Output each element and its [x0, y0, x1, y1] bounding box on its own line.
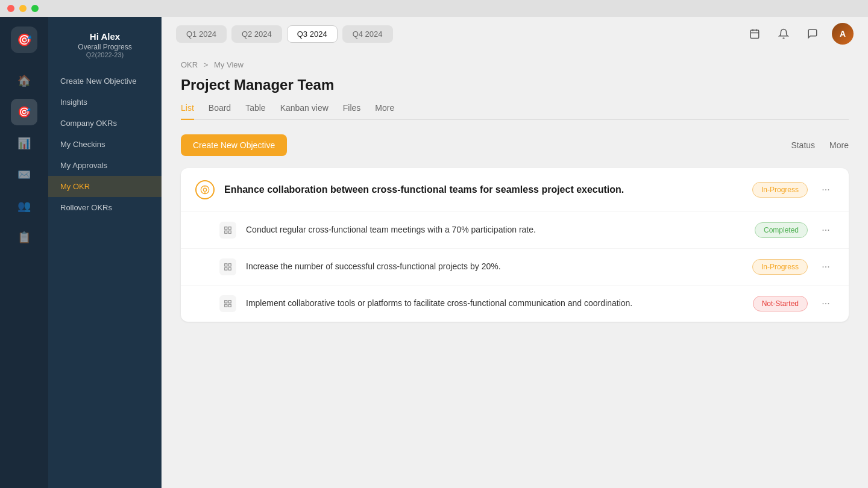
kr-icon-1 [219, 222, 236, 239]
breadcrumb: OKR > My View [181, 60, 849, 69]
svg-rect-15 [228, 267, 231, 270]
objective-status-badge: In-Progress [752, 182, 808, 198]
create-objective-button[interactable]: Create New Objective [181, 134, 287, 156]
objective-icon [195, 180, 215, 199]
kr-item-2: Increase the number of successful cross-… [181, 249, 849, 286]
tab-files[interactable]: Files [343, 103, 361, 120]
user-greeting: Hi Alex [58, 31, 152, 42]
tab-q1[interactable]: Q1 2024 [176, 25, 227, 43]
tab-more[interactable]: More [375, 103, 394, 120]
message-icon[interactable] [803, 24, 822, 43]
kr-section: Conduct regular cross-functional team me… [181, 211, 849, 322]
title-bar [0, 0, 868, 17]
top-bar-actions: A [745, 23, 854, 45]
svg-rect-19 [228, 304, 231, 307]
breadcrumb-root: OKR [181, 60, 198, 69]
minimize-button[interactable] [19, 5, 27, 12]
nav-icon-home[interactable]: 🏠 [11, 67, 37, 94]
more-options-label[interactable]: More [829, 140, 849, 150]
svg-rect-0 [750, 30, 759, 39]
kr-item-3: Implement collaborative tools or platfor… [181, 286, 849, 322]
sidebar-item-create[interactable]: Create New Objective [48, 70, 162, 92]
app-logo: 🎯 [11, 27, 37, 53]
svg-rect-18 [225, 304, 227, 307]
sidebar-divider [161, 17, 162, 488]
kr-more-button-3[interactable]: ··· [817, 295, 834, 312]
bell-icon[interactable] [774, 24, 793, 43]
sidebar-item-company[interactable]: Company OKRs [48, 113, 162, 134]
svg-point-5 [203, 188, 206, 191]
svg-rect-8 [225, 227, 227, 230]
view-tabs: List Board Table Kanban view Files More [181, 103, 849, 120]
svg-rect-10 [225, 231, 227, 233]
sidebar-item-approvals[interactable]: My Approvals [48, 155, 162, 176]
tab-board[interactable]: Board [209, 103, 231, 120]
objective-card: Enhance collaboration between cross-func… [181, 168, 849, 322]
nav-sidebar: Hi Alex Overall Progress Q2(2022-23) Cre… [48, 17, 162, 488]
sidebar-item-checkins[interactable]: My Checkins [48, 134, 162, 155]
kr-status-badge-3: Not-Started [753, 296, 808, 311]
kr-more-button-1[interactable]: ··· [817, 222, 834, 239]
kr-text-3: Implement collaborative tools or platfor… [246, 298, 743, 310]
nav-icon-team[interactable]: 👥 [11, 193, 37, 219]
tab-q2[interactable]: Q2 2024 [231, 25, 282, 43]
breadcrumb-current: My View [214, 60, 244, 69]
svg-rect-14 [225, 267, 227, 270]
maximize-button[interactable] [31, 5, 39, 12]
kr-icon-3 [219, 295, 236, 312]
nav-icon-list[interactable]: 📋 [11, 224, 37, 251]
sidebar-item-myokr[interactable]: My OKR [48, 176, 162, 197]
svg-rect-11 [228, 231, 231, 233]
kr-text-2: Increase the number of successful cross-… [246, 261, 743, 273]
tab-kanban[interactable]: Kanban view [280, 103, 329, 120]
top-bar: Q1 2024 Q2 2024 Q3 2024 Q4 2024 [162, 17, 868, 51]
kr-text-1: Conduct regular cross-functional team me… [246, 224, 745, 236]
quarter-tabs: Q1 2024 Q2 2024 Q3 2024 Q4 2024 [176, 25, 393, 43]
action-bar-right: Status More [791, 140, 849, 150]
user-period: Q2(2022-23) [58, 51, 152, 58]
tab-table[interactable]: Table [245, 103, 265, 120]
nav-icon-chart[interactable]: 📊 [11, 130, 37, 157]
user-info: Hi Alex Overall Progress Q2(2022-23) [48, 27, 162, 70]
kr-status-badge-1: Completed [755, 222, 808, 238]
svg-rect-16 [225, 301, 227, 303]
objective-title: Enhance collaboration between cross-func… [224, 183, 743, 196]
svg-rect-13 [228, 264, 231, 266]
kr-item-1: Conduct regular cross-functional team me… [181, 212, 849, 249]
tab-q3[interactable]: Q3 2024 [287, 25, 338, 43]
svg-rect-9 [228, 227, 231, 230]
page-title: Project Manager Team [181, 77, 849, 93]
icon-sidebar: 🎯 🏠 🎯 📊 ✉️ 👥 📋 [0, 17, 48, 488]
objective-header: Enhance collaboration between cross-func… [181, 168, 849, 211]
close-button[interactable] [7, 5, 14, 12]
user-progress-label: Overall Progress [58, 43, 152, 51]
svg-rect-17 [228, 301, 231, 303]
status-label: Status [791, 140, 815, 150]
nav-icon-okr[interactable]: 🎯 [11, 99, 37, 125]
sidebar-item-rollover[interactable]: Rollover OKRs [48, 197, 162, 218]
user-avatar[interactable]: A [832, 23, 854, 45]
objective-more-button[interactable]: ··· [817, 181, 834, 198]
main-content: Q1 2024 Q2 2024 Q3 2024 Q4 2024 [162, 17, 868, 488]
kr-icon-2 [219, 258, 236, 275]
calendar-icon[interactable] [745, 24, 764, 43]
tab-q4[interactable]: Q4 2024 [342, 25, 393, 43]
action-bar: Create New Objective Status More [181, 134, 849, 156]
nav-icon-mail[interactable]: ✉️ [11, 161, 37, 188]
sidebar-item-insights[interactable]: Insights [48, 92, 162, 113]
breadcrumb-sep: > [204, 60, 210, 69]
svg-rect-12 [225, 264, 227, 266]
kr-status-badge-2: In-Progress [752, 259, 808, 275]
tab-list[interactable]: List [181, 103, 194, 120]
kr-more-button-2[interactable]: ··· [817, 258, 834, 275]
page-content: OKR > My View Project Manager Team List … [162, 51, 868, 488]
